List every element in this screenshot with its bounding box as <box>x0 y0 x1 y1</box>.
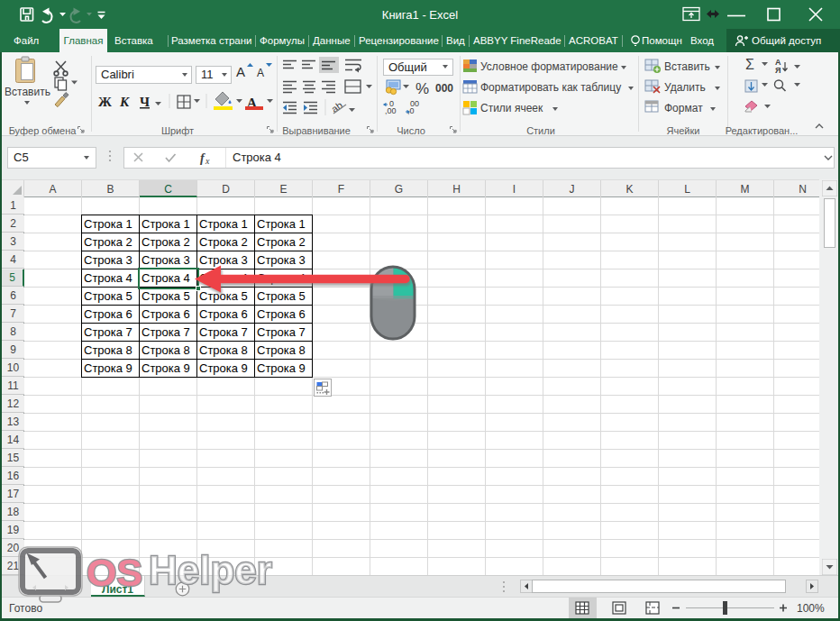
svg-text:Я: Я <box>775 66 781 75</box>
svg-text:Ч: Ч <box>140 95 150 109</box>
svg-text:OS: OS <box>87 551 142 594</box>
svg-text:К: К <box>119 95 130 109</box>
svg-text:000: 000 <box>435 82 453 95</box>
svg-text:Σ: Σ <box>745 57 754 72</box>
svg-text:Ж: Ж <box>98 95 112 109</box>
svg-text:x: x <box>205 156 210 166</box>
svg-text:Helper: Helper <box>149 548 272 592</box>
svg-text:%: % <box>415 80 429 97</box>
svg-text:,00: ,00 <box>385 106 397 115</box>
